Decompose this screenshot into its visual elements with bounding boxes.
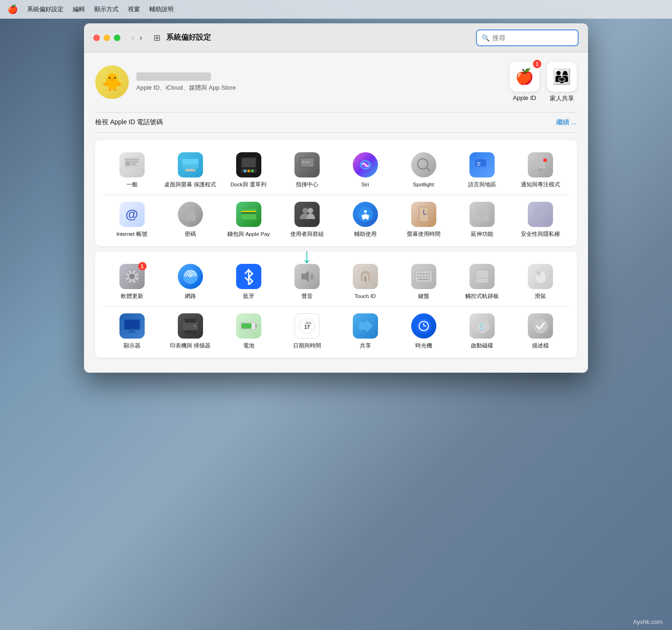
svg-rect-3 (131, 161, 139, 163)
wallet-label: 錢包與 Apple Pay (227, 231, 270, 238)
user-info: Apple ID、iCloud、媒體與 App Store (136, 72, 510, 92)
menu-help[interactable]: 輔助說明 (149, 5, 174, 14)
window-title: 系統偏好設定 (166, 33, 470, 42)
pref-item-notify[interactable]: 通知與專注模式 (511, 148, 569, 193)
sound-label: 聲音 (301, 293, 313, 300)
svg-rect-7 (186, 169, 195, 170)
search-input[interactable] (492, 34, 573, 42)
pref-item-screentime[interactable]: 螢幕使用時間 (394, 197, 453, 242)
search-bar[interactable]: 🔍 (476, 29, 579, 46)
pref-item-internet[interactable]: @ Internet 帳號 (103, 197, 161, 242)
family-sharing-label: 家人共享 (550, 94, 574, 103)
pref-item-printer[interactable]: 印表機與 掃描器 (161, 309, 219, 354)
svg-rect-37 (476, 208, 481, 213)
pref-item-wallet[interactable]: 錢包與 Apple Pay (219, 197, 278, 242)
pref-item-dock[interactable]: Dock與 選單列 (219, 148, 278, 193)
svg-rect-40 (483, 215, 489, 221)
apple-id-icon: 🍎 1 (510, 62, 539, 92)
verify-link[interactable]: 繼續 ... (556, 118, 577, 127)
pref-item-touchid[interactable]: Touch ID (336, 259, 394, 304)
pref-item-access[interactable]: 輔助使用 (336, 197, 394, 242)
pref-item-profiles[interactable]: 描述檔 (511, 309, 569, 354)
titlebar: ‹ › ⊞ 系統偏好設定 🔍 (84, 23, 588, 52)
svg-rect-43 (132, 270, 133, 272)
pref-item-users[interactable]: 使用者與群組 (278, 197, 336, 242)
apple-menu[interactable]: 🍎 (7, 4, 18, 14)
svg-rect-39 (476, 215, 481, 221)
pref-item-general[interactable]: 一般 (103, 148, 161, 193)
pref-item-network[interactable]: 網路 (161, 259, 219, 304)
verify-text: 檢視 Apple ID 電話號碼 (95, 118, 556, 127)
apple-id-cards: 🍎 1 Apple ID 👨‍👩‍👧 家人共享 (510, 62, 577, 103)
menu-edit[interactable]: 編輯 (73, 5, 85, 14)
network-label: 網路 (185, 293, 196, 300)
user-subtitle: Apple ID、iCloud、媒體與 App Store (136, 84, 510, 92)
pref-item-trackpad[interactable]: 觸控式軌跡板 (453, 259, 511, 304)
pref-item-timemachine[interactable]: 時光機 (394, 309, 453, 354)
svg-marker-53 (301, 271, 309, 282)
pref-item-software[interactable]: 1 軟體更新 (103, 259, 161, 304)
pref-item-mouse[interactable]: 滑鼠 (511, 259, 569, 304)
svg-rect-2 (126, 161, 130, 166)
back-button[interactable]: ‹ (130, 33, 136, 43)
pref-item-sharing[interactable]: 共享 (336, 309, 394, 354)
mouse-label: 滑鼠 (535, 293, 546, 300)
software-icon: 1 (119, 264, 145, 289)
users-icon (294, 202, 320, 227)
password-label: 密碼 (185, 231, 196, 238)
family-sharing-card[interactable]: 👨‍👩‍👧 家人共享 (547, 62, 577, 103)
pref-item-extension[interactable]: 延伸功能 (453, 197, 511, 242)
pref-item-keyboard[interactable]: 鍵盤 (394, 259, 453, 304)
pref-item-gesture[interactable]: 指揮中心 (278, 148, 336, 193)
pref-item-spotlight[interactable]: Spotlight (394, 148, 453, 193)
desktop-label: 桌面與螢幕 保護程式 (164, 181, 216, 188)
svg-rect-45 (136, 276, 139, 277)
svg-text:文: 文 (476, 161, 481, 166)
keyboard-label: 鍵盤 (418, 293, 429, 300)
pref-item-password[interactable]: 密碼 (161, 197, 219, 242)
menu-window[interactable]: 視窗 (128, 5, 140, 14)
pref-item-startup[interactable]: 💿 啟動磁碟 (453, 309, 511, 354)
pref-item-language[interactable]: 文 語言與地區 (453, 148, 511, 193)
svg-point-25 (539, 169, 542, 171)
svg-rect-56 (420, 273, 422, 275)
svg-rect-70 (537, 271, 539, 275)
close-button[interactable] (93, 35, 100, 41)
pref-item-security[interactable]: 安全性與隱私權 (511, 197, 569, 242)
apple-id-card[interactable]: 🍎 1 Apple ID (510, 62, 539, 103)
profiles-icon (528, 313, 553, 339)
svg-point-26 (543, 158, 547, 162)
avatar[interactable]: 🐥 (95, 65, 129, 99)
minimize-button[interactable] (104, 35, 110, 41)
pref-item-siri[interactable]: Siri (336, 148, 394, 193)
pref-item-desktop[interactable]: 桌面與螢幕 保護程式 (161, 148, 219, 193)
svg-rect-80 (255, 324, 257, 328)
sharing-icon (353, 313, 378, 339)
dock-label: Dock與 選單列 (231, 181, 266, 188)
timemachine-label: 時光機 (415, 342, 432, 349)
svg-rect-57 (423, 273, 425, 275)
svg-point-91 (533, 319, 548, 333)
menu-view[interactable]: 顯示方式 (94, 5, 119, 14)
bluetooth-icon (236, 264, 261, 289)
datetime-label: 日期與時間 (293, 342, 321, 349)
forward-button[interactable]: › (138, 33, 144, 43)
pref-item-battery[interactable]: 電池 (219, 309, 278, 354)
pref-item-sound[interactable]: ↓ 聲音 (278, 259, 336, 304)
grid-view-button[interactable]: ⊞ (154, 33, 161, 43)
svg-rect-17 (302, 161, 304, 163)
pref-item-bluetooth[interactable]: 藍牙 (219, 259, 278, 304)
prefs-grid-row-1: 一般 桌面與螢幕 保護程式 Dock與 選單列 指揮中心 (103, 148, 569, 193)
spotlight-label: Spotlight (413, 181, 434, 188)
svg-rect-81 (241, 323, 252, 329)
maximize-button[interactable] (114, 35, 120, 41)
svg-point-33 (364, 210, 367, 213)
pref-item-datetime[interactable]: JUL17 日期與時間 (278, 309, 336, 354)
prefs-section-2: 1 軟體更新 網路 藍牙 ↓ 聲音 (95, 252, 577, 358)
watermark: Ayxhk.com (633, 618, 663, 625)
search-icon: 🔍 (482, 34, 490, 42)
general-icon (119, 152, 145, 177)
pref-item-display[interactable]: 顯示器 (103, 309, 161, 354)
screentime-label: 螢幕使用時間 (407, 231, 441, 238)
menu-system-prefs[interactable]: 系統偏好設定 (27, 5, 63, 14)
